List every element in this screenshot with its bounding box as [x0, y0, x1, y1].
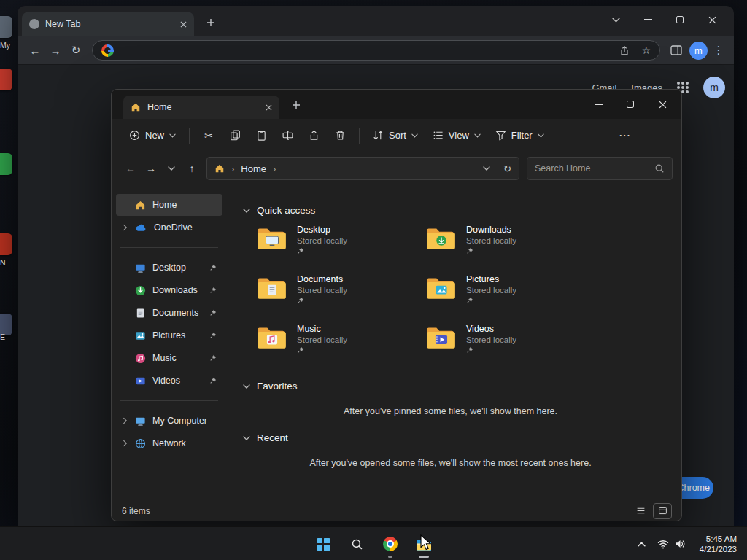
- browser-tab-new-tab[interactable]: New Tab: [22, 12, 194, 36]
- taskbar-chrome-button[interactable]: [376, 529, 405, 559]
- desktop: My N E New Tab: [0, 0, 747, 560]
- taskbar-clock[interactable]: 5:45 AM 4/21/2023: [692, 534, 744, 554]
- section-quick-access[interactable]: Quick access: [243, 205, 664, 216]
- desktop-shortcut-label: My: [0, 41, 19, 50]
- large-icons-view-icon[interactable]: [654, 504, 671, 518]
- pin-icon: [297, 297, 304, 304]
- tab-close-icon[interactable]: [266, 104, 272, 111]
- close-button[interactable]: [646, 90, 678, 119]
- collapse-chevron-icon[interactable]: [243, 384, 250, 389]
- details-view-icon[interactable]: [632, 504, 649, 518]
- folder-tile-pictures[interactable]: Pictures Stored locally: [425, 274, 595, 315]
- sidebar-item-my-computer[interactable]: My Computer: [116, 410, 222, 432]
- section-recent[interactable]: Recent: [243, 432, 664, 443]
- items-count: 6 items: [122, 506, 150, 516]
- view-button[interactable]: View: [425, 124, 488, 147]
- reload-icon[interactable]: ↻: [66, 40, 86, 61]
- up-icon[interactable]: ↑: [182, 158, 202, 179]
- tab-search-button[interactable]: [600, 6, 632, 34]
- search-input[interactable]: [535, 163, 649, 174]
- forward-icon[interactable]: →: [141, 158, 161, 179]
- maximize-button[interactable]: [614, 90, 646, 119]
- desktop-shortcut[interactable]: [0, 69, 12, 90]
- active-indicator: [419, 556, 429, 558]
- sidebar-item-pictures[interactable]: Pictures: [116, 324, 222, 346]
- breadcrumb-location[interactable]: Home: [241, 163, 266, 174]
- address-dropdown-icon[interactable]: [483, 166, 490, 171]
- back-icon[interactable]: ←: [25, 40, 45, 61]
- desktop-shortcut-label: N: [0, 258, 19, 267]
- share-icon[interactable]: [301, 124, 327, 147]
- explorer-new-tab-button[interactable]: [287, 96, 306, 114]
- rename-icon[interactable]: [274, 124, 301, 147]
- expand-chevron-icon[interactable]: [123, 418, 128, 424]
- taskbar: 5:45 AM 4/21/2023: [0, 526, 747, 560]
- menu-kebab-icon[interactable]: ⋮: [711, 40, 727, 61]
- desktop-shortcut[interactable]: [0, 153, 12, 175]
- sidebar-item-documents[interactable]: Documents: [116, 302, 222, 324]
- folder-tile-downloads[interactable]: Downloads Stored locally: [425, 225, 595, 265]
- address-bar[interactable]: ☆: [92, 40, 660, 61]
- address-input[interactable]: [126, 45, 614, 56]
- wifi-icon: [657, 540, 669, 549]
- folder-tile-music[interactable]: Music Stored locally: [256, 324, 425, 365]
- minimize-button[interactable]: [582, 90, 614, 119]
- pin-icon: [297, 346, 304, 354]
- paste-icon[interactable]: [248, 124, 274, 147]
- sidebar-item-onedrive[interactable]: OneDrive: [116, 217, 222, 238]
- system-tray[interactable]: [652, 529, 691, 559]
- close-button[interactable]: [696, 6, 728, 34]
- refresh-icon[interactable]: ↻: [503, 163, 511, 174]
- desktop-shortcut[interactable]: [0, 233, 12, 255]
- recent-locations-icon[interactable]: [161, 158, 182, 179]
- new-button[interactable]: New: [122, 124, 183, 147]
- explorer-titlebar[interactable]: Home: [112, 90, 681, 119]
- delete-icon[interactable]: [327, 124, 353, 147]
- tab-close-icon[interactable]: [180, 21, 187, 28]
- expand-chevron-icon[interactable]: [123, 225, 128, 231]
- profile-avatar[interactable]: m: [689, 42, 708, 60]
- taskbar-file-explorer-button[interactable]: [409, 529, 438, 559]
- chrome-tabstrip[interactable]: New Tab: [18, 6, 734, 36]
- breadcrumb[interactable]: › Home › ↻: [206, 157, 519, 180]
- new-tab-button[interactable]: [201, 13, 220, 32]
- desktop-shortcut[interactable]: [0, 16, 12, 38]
- folder-tile-desktop[interactable]: Desktop Stored locally: [256, 225, 425, 265]
- search-box[interactable]: [527, 157, 673, 180]
- sidebar-item-downloads[interactable]: Downloads: [116, 279, 222, 301]
- expand-chevron-icon[interactable]: [123, 440, 128, 447]
- start-button[interactable]: [309, 529, 338, 559]
- section-favorites[interactable]: Favorites: [243, 381, 664, 392]
- minimize-button[interactable]: [632, 6, 664, 34]
- collapse-chevron-icon[interactable]: [243, 436, 250, 440]
- side-panel-icon[interactable]: [666, 40, 686, 61]
- filter-button[interactable]: Filter: [488, 124, 551, 147]
- back-icon[interactable]: ←: [120, 158, 141, 179]
- sort-button[interactable]: Sort: [365, 124, 425, 147]
- chrome-toolbar: ← → ↻ ☆ m ⋮: [18, 36, 734, 64]
- maximize-button[interactable]: [664, 6, 696, 34]
- collapse-chevron-icon[interactable]: [243, 209, 250, 213]
- downloads-folder-icon: [425, 226, 457, 251]
- pin-icon: [209, 309, 217, 316]
- share-icon[interactable]: [619, 45, 630, 56]
- running-indicator: [388, 556, 392, 558]
- videos-icon: [135, 376, 146, 386]
- folder-tile-videos[interactable]: Videos Stored locally: [425, 324, 595, 365]
- bookmark-star-icon[interactable]: ☆: [641, 44, 651, 56]
- copy-icon[interactable]: [222, 124, 248, 147]
- forward-icon[interactable]: →: [45, 40, 66, 61]
- sidebar-item-home[interactable]: Home: [116, 194, 222, 216]
- cut-icon[interactable]: ✂: [196, 124, 222, 147]
- more-options-icon[interactable]: ⋯: [619, 128, 630, 142]
- google-account-avatar[interactable]: m: [703, 77, 725, 98]
- explorer-tab-home[interactable]: Home: [123, 96, 279, 119]
- folder-tile-documents[interactable]: Documents Stored locally: [256, 274, 425, 315]
- view-icon: [433, 130, 444, 141]
- sidebar-item-desktop[interactable]: Desktop: [116, 257, 222, 279]
- sidebar-item-network[interactable]: Network: [116, 432, 222, 454]
- sidebar-item-music[interactable]: Music: [116, 347, 222, 369]
- sidebar-item-videos[interactable]: Videos: [116, 370, 222, 392]
- hidden-icons-chevron-icon[interactable]: [632, 529, 651, 559]
- taskbar-search-button[interactable]: [342, 529, 371, 559]
